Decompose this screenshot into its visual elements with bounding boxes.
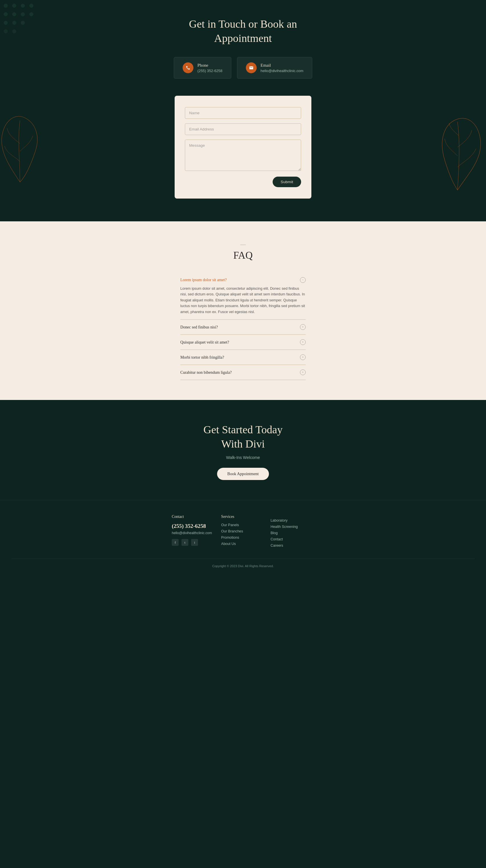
faq-item-4-header[interactable]: Morbi tortor nibh fringilla? + [180,354,306,360]
contact-form: Submit [175,96,311,198]
message-field-container [185,140,301,172]
message-input[interactable] [185,140,301,171]
faq-item-1: Lorem ipsum dolor sit amet? − Lorem ipsu… [180,273,306,320]
phone-icon [183,62,193,73]
faq-item-5-header[interactable]: Curabitur non bibendum ligula? + [180,370,306,375]
submit-button[interactable]: Submit [273,177,301,187]
faq-question-1: Lorem ipsum dolor sit amet? [180,277,227,282]
footer-link-our-branches[interactable]: Our Branches [221,529,265,533]
email-card: Email hello@divihealthclinic.com [237,57,312,79]
instagram-icon[interactable]: i [191,539,198,546]
name-field-container [185,107,301,119]
svg-point-2 [21,4,25,8]
phone-card: Phone (255) 352-6258 [174,57,231,79]
faq-question-2: Donec sed finibus nisi? [180,325,218,330]
footer-copyright: Copyright © 2023 Divi. All Rights Reserv… [11,558,475,568]
footer-link-promotions[interactable]: Promotions [221,535,265,539]
leaf-left [0,110,45,187]
email-label: Email [261,63,303,68]
email-card-text: Email hello@divihealthclinic.com [261,63,303,73]
faq-item-3: Quisque aliquet velit sit amet? + [180,335,306,350]
footer-more-col: Laboratory Health Screening Blog Contact… [271,515,314,550]
faq-icon-5: + [300,370,306,375]
svg-point-1 [12,4,16,8]
footer-phone: (255) 352-6258 [172,523,215,529]
footer-email: hello@divihealthclinic.com [172,531,215,535]
faq-container: Lorem ipsum dolor sit amet? − Lorem ipsu… [180,273,306,380]
book-appointment-button[interactable]: Book Appointment [217,468,269,480]
footer-grid: Contact (255) 352-6258 hello@divihealthc… [172,515,314,550]
twitter-icon[interactable]: t [181,539,188,546]
svg-point-9 [12,21,16,25]
faq-title: FAQ [6,250,480,261]
faq-item-2-header[interactable]: Donec sed finibus nisi? + [180,324,306,330]
footer-link-health-screening[interactable]: Health Screening [271,525,314,529]
cta-section: Get Started Today With Divi Walk-Ins Wel… [0,400,486,500]
faq-answer-1: Lorem ipsum dolor sit amet, consectetur … [180,286,306,315]
faq-question-4: Morbi tortor nibh fringilla? [180,355,224,360]
svg-point-7 [29,12,33,16]
cta-title: Get Started Today With Divi [193,423,293,451]
footer-contact-label: Contact [172,515,215,519]
faq-icon-3: + [300,339,306,345]
faq-item-1-header[interactable]: Lorem ipsum dolor sit amet? − [180,277,306,283]
svg-point-10 [21,21,25,25]
footer-link-laboratory[interactable]: Laboratory [271,519,314,523]
faq-icon-4: + [300,354,306,360]
footer-link-blog[interactable]: Blog [271,531,314,535]
faq-section: — FAQ Lorem ipsum dolor sit amet? − Lore… [0,221,486,400]
footer-services-col: Services Our Panels Our Branches Promoti… [221,515,265,550]
svg-point-11 [4,29,8,33]
footer-link-careers[interactable]: Careers [271,544,314,548]
email-field-container [185,123,301,135]
faq-item-4: Morbi tortor nibh fringilla? + [180,350,306,365]
footer-contact-col: Contact (255) 352-6258 hello@divihealthc… [172,515,215,550]
phone-label: Phone [198,63,222,68]
hero-contact-section: Get in Touch or Book an Appointment Phon… [0,0,486,221]
faq-item-2: Donec sed finibus nisi? + [180,320,306,335]
cta-subtitle: Walk-Ins Welcome [6,455,480,460]
faq-item-3-header[interactable]: Quisque aliquet velit sit amet? + [180,339,306,345]
leaf-right [435,113,486,198]
footer-link-our-panels[interactable]: Our Panels [221,523,265,527]
email-input[interactable] [185,123,301,135]
svg-point-0 [4,4,8,8]
dots-decoration [0,0,43,43]
faq-icon-2: + [300,324,306,330]
faq-question-5: Curabitur non bibendum ligula? [180,370,232,375]
svg-point-6 [21,12,25,16]
phone-card-text: Phone (255) 352-6258 [198,63,222,73]
svg-point-12 [12,29,16,33]
footer-services-label: Services [221,515,265,519]
faq-label-line: — [6,241,480,248]
contact-cards: Phone (255) 352-6258 Email hello@divihea… [6,57,480,79]
name-input[interactable] [185,107,301,119]
svg-point-8 [4,21,8,25]
svg-point-5 [12,12,16,16]
social-icons: f t i [172,539,215,546]
facebook-icon[interactable]: f [172,539,179,546]
email-value: hello@divihealthclinic.com [261,69,303,73]
hero-title: Get in Touch or Book an Appointment [186,17,300,45]
footer-link-about-us[interactable]: About Us [221,542,265,546]
svg-point-4 [4,12,8,16]
faq-item-5: Curabitur non bibendum ligula? + [180,365,306,380]
faq-icon-1: − [300,277,306,283]
phone-value: (255) 352-6258 [198,69,222,73]
faq-question-3: Quisque aliquet velit sit amet? [180,340,229,345]
footer-link-contact[interactable]: Contact [271,537,314,541]
footer: Contact (255) 352-6258 hello@divihealthc… [0,500,486,576]
email-icon [246,62,257,73]
svg-point-3 [29,4,33,8]
